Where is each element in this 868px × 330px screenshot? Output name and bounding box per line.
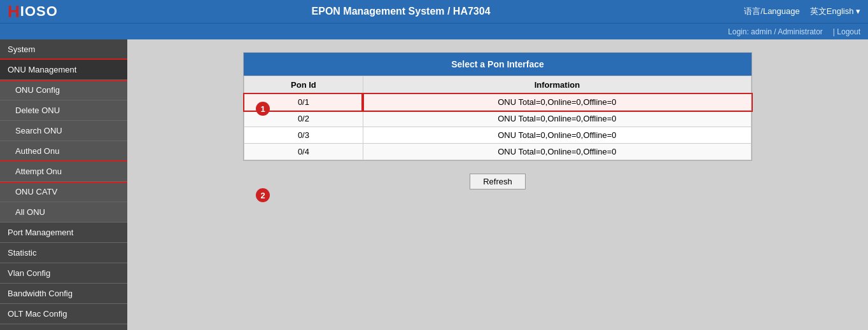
sidebar-item-port-management[interactable]: Port Management (0, 223, 127, 243)
sidebar-item-port-aggregation[interactable]: Port Aggregration (0, 324, 127, 330)
header-top: HIOSO EPON Management System / HA7304 语言… (0, 0, 868, 23)
sidebar-item-all-onu[interactable]: All ONU (0, 202, 127, 223)
app-title: EPON Management System / HA7304 (312, 6, 491, 17)
logo: HIOSO (8, 2, 58, 22)
language-selector[interactable]: 英文English ▾ (810, 6, 860, 17)
sidebar-item-authed-onu[interactable]: Authed Onu (0, 141, 127, 162)
table-row[interactable]: 0/4 ONU Total=0,Online=0,Offline=0 (244, 144, 752, 160)
refresh-button[interactable]: Refresh (470, 174, 526, 189)
logo-h: H (8, 2, 20, 22)
panel-title: Select a Pon Interface (244, 53, 752, 76)
sidebar-item-onu-catv[interactable]: ONU CATV (0, 182, 127, 202)
button-area: Refresh (140, 174, 855, 189)
col-pon-id: Pon Id (244, 76, 363, 94)
sidebar-item-vlan-config[interactable]: Vlan Config (0, 263, 127, 284)
badge-1: 1 (256, 102, 270, 116)
sidebar-item-onu-management[interactable]: ONU Management (0, 60, 127, 80)
info-cell: ONU Total=0,Online=0,Offline=0 (363, 94, 751, 111)
logo-rest: IOSO (20, 3, 58, 20)
sidebar-item-attempt-onu[interactable]: Attempt Onu (0, 162, 127, 182)
table-row[interactable]: 0/3 ONU Total=0,Online=0,Offline=0 (244, 127, 752, 144)
sidebar-item-olt-mac-config[interactable]: OLT Mac Config (0, 304, 127, 324)
sidebar-item-bandwidth-config[interactable]: Bandwidth Config (0, 284, 127, 304)
sidebar-item-delete-onu[interactable]: Delete ONU (0, 100, 127, 121)
logout-link[interactable]: | Logout (833, 27, 860, 36)
main-layout: System ONU Management ONU Config Delete … (0, 39, 868, 330)
info-cell: ONU Total=0,Online=0,Offline=0 (363, 111, 751, 127)
info-cell: ONU Total=0,Online=0,Offline=0 (363, 144, 751, 160)
sidebar-item-statistic[interactable]: Statistic (0, 243, 127, 263)
login-info: Login: admin / Administrator (728, 27, 823, 36)
col-information: Information (363, 76, 751, 94)
pon-interface-panel: Select a Pon Interface Pon Id Informatio… (243, 52, 752, 161)
sidebar-item-onu-config[interactable]: ONU Config (0, 80, 127, 100)
sidebar-item-search-onu[interactable]: Search ONU (0, 121, 127, 141)
badge-2: 2 (256, 188, 270, 202)
header-right: 语言/Language 英文English ▾ (744, 6, 860, 17)
language-label: 语言/Language (744, 6, 799, 17)
sidebar-item-system[interactable]: System (0, 39, 127, 60)
header-sub: Login: admin / Administrator | Logout (0, 23, 868, 39)
info-cell: ONU Total=0,Online=0,Offline=0 (363, 127, 751, 144)
pon-id-cell: 0/3 (244, 127, 363, 144)
table-row[interactable]: 0/1 ONU Total=0,Online=0,Offline=0 (244, 94, 752, 111)
pon-id-cell: 0/4 (244, 144, 363, 160)
sidebar: System ONU Management ONU Config Delete … (0, 39, 127, 330)
content-area: 1 2 3 Select a Pon Interface Pon Id Info… (127, 39, 868, 330)
pon-table: Pon Id Information 0/1 ONU Total=0,Onlin… (244, 76, 752, 160)
table-row[interactable]: 0/2 ONU Total=0,Online=0,Offline=0 (244, 111, 752, 127)
